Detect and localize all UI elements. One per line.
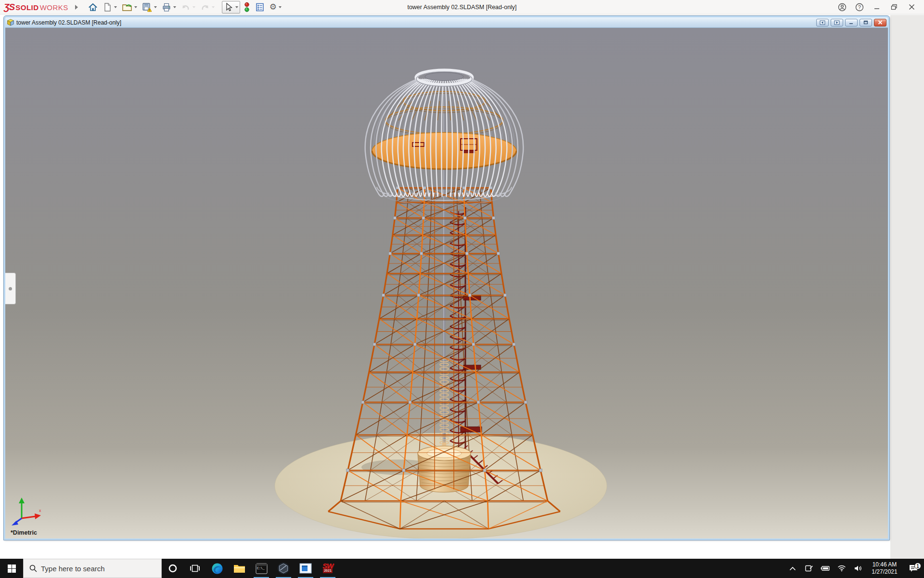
chevron-down-icon [212, 6, 215, 8]
tray-expand-button[interactable] [784, 566, 801, 571]
wifi-button[interactable] [834, 565, 850, 572]
redo-icon [200, 2, 210, 12]
document-window: tower Assembly 02.SLDASM [Read-only] [4, 16, 889, 540]
notification-center-button[interactable]: 1 [903, 564, 924, 573]
battery-button[interactable] [817, 565, 834, 571]
edge-icon [211, 563, 223, 575]
cortana-button[interactable] [162, 559, 184, 578]
speaker-icon [854, 565, 862, 572]
command-prompt-icon: C:\_ [256, 563, 268, 574]
solidworks-logo-mark: ƷS [4, 2, 14, 13]
hexagon-app-icon [277, 562, 290, 575]
options-button[interactable]: ⚙ [268, 2, 283, 12]
command-prompt-button[interactable]: C:\_ [250, 559, 272, 578]
select-tool-button[interactable] [222, 1, 240, 13]
restore-button[interactable] [886, 0, 903, 14]
undo-button [180, 1, 197, 13]
traffic-light-icon [244, 2, 250, 13]
blue-window-app-icon [299, 563, 312, 574]
doc-close-icon [878, 20, 883, 25]
solidworks-app-icon: SW 2021 [322, 564, 333, 573]
chevron-down-icon[interactable] [114, 6, 117, 8]
doc-restore-button[interactable] [860, 19, 872, 26]
pen-device-button[interactable] [801, 565, 817, 572]
minimize-icon [874, 4, 880, 10]
clock-date: 1/27/2021 [866, 568, 903, 576]
gear-icon: ⚙ [270, 3, 277, 11]
status-lights-button[interactable] [242, 1, 252, 13]
file-properties-button[interactable] [254, 1, 266, 13]
document-title: tower Assembly 02.SLDASM [Read-only] [16, 19, 121, 26]
minimize-button[interactable] [868, 0, 886, 14]
doc-restore-icon [863, 20, 868, 25]
y-axis-arrow [19, 498, 25, 503]
window-title: tower Assembly 02.SLDASM [Read-only] [407, 0, 516, 14]
task-view-icon [190, 564, 200, 573]
pen-device-icon [805, 565, 813, 572]
restore-icon [891, 4, 898, 10]
chevron-right-icon [75, 5, 78, 10]
print-icon [162, 2, 171, 12]
task-view-button[interactable] [184, 559, 206, 578]
chevron-down-icon[interactable] [235, 6, 238, 8]
client-right-gap [890, 15, 924, 559]
search-input[interactable] [41, 565, 147, 573]
close-button[interactable] [903, 0, 920, 14]
system-tray: 10:46 AM 1/27/2021 1 [784, 559, 924, 578]
notification-count-badge: 1 [914, 563, 921, 569]
home-icon [88, 2, 98, 12]
windows-logo-icon [8, 565, 16, 573]
close-icon [909, 4, 915, 10]
solidworks-year-badge: 2021 [323, 568, 333, 573]
blue-window-app-button[interactable] [295, 559, 317, 578]
new-document-icon [103, 2, 112, 12]
doc-pane-left-button[interactable] [816, 19, 829, 26]
account-button[interactable] [834, 0, 851, 14]
help-button[interactable]: ? [851, 0, 868, 14]
chevron-down-icon[interactable] [279, 6, 282, 8]
doc-close-button[interactable] [874, 19, 886, 26]
taskbar-search[interactable] [23, 559, 162, 578]
hexagon-app-button[interactable] [272, 559, 295, 578]
file-properties-icon [255, 2, 265, 12]
document-window-controls [814, 19, 886, 26]
wifi-icon [837, 565, 846, 572]
save-button[interactable] [141, 1, 158, 13]
doc-pane-right-button[interactable] [831, 19, 843, 26]
chevron-down-icon[interactable] [173, 6, 176, 8]
main-titlebar: ƷS SOLID WORKS [0, 0, 924, 14]
new-document-button[interactable] [101, 1, 118, 13]
pane-tab-dot-icon [9, 287, 12, 290]
featuremanager-collapsed-tab[interactable] [5, 273, 16, 304]
account-icon [838, 3, 847, 12]
window-controls: ? [834, 0, 920, 14]
toolbar-expander[interactable] [73, 2, 80, 12]
clock-time: 10:46 AM [866, 561, 903, 568]
pane-collapse-left-icon [820, 20, 825, 25]
redo-button [199, 1, 216, 13]
file-explorer-button[interactable] [228, 559, 250, 578]
open-button[interactable] [120, 1, 139, 13]
save-icon [142, 2, 152, 12]
orientation-triad: x [11, 496, 45, 527]
print-button[interactable] [160, 1, 178, 13]
chevron-down-icon[interactable] [154, 6, 157, 8]
doc-minimize-button[interactable] [845, 19, 858, 26]
solidworks-app-button[interactable]: SW 2021 [317, 559, 339, 578]
start-button[interactable] [0, 559, 23, 578]
pane-expand-right-icon [834, 20, 840, 25]
chevron-up-icon [789, 566, 796, 571]
edge-button[interactable] [206, 559, 228, 578]
chevron-down-icon[interactable] [134, 6, 137, 8]
file-explorer-icon [233, 564, 245, 574]
home-button[interactable] [87, 1, 99, 13]
volume-button[interactable] [850, 565, 866, 572]
cortana-icon [168, 564, 178, 573]
windows-taskbar: C:\_ SW 2021 [0, 559, 924, 578]
tower-assembly-3d-model [5, 28, 888, 539]
graphics-viewport[interactable]: x *Dimetric [5, 28, 888, 539]
doc-minimize-icon [849, 20, 854, 25]
document-titlebar[interactable]: tower Assembly 02.SLDASM [Read-only] [5, 17, 888, 28]
help-icon: ? [855, 3, 864, 12]
taskbar-clock[interactable]: 10:46 AM 1/27/2021 [866, 561, 903, 576]
